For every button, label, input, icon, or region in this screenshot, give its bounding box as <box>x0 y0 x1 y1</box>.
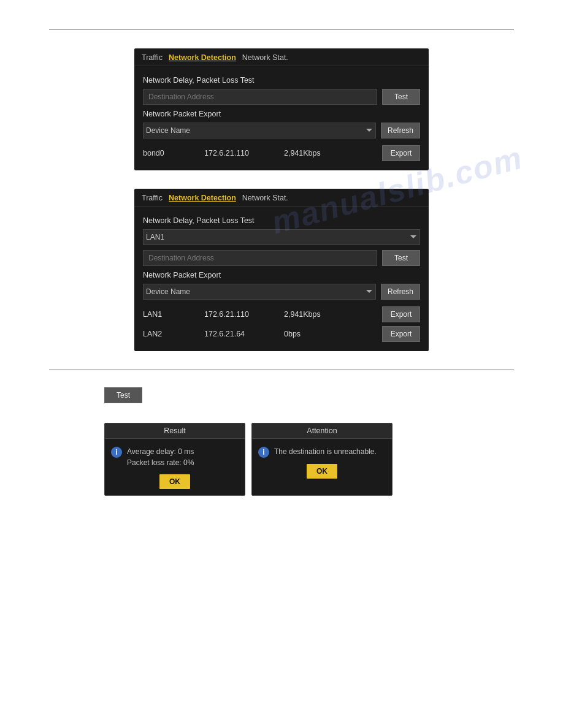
panel1-device-row: Device Name Refresh <box>143 123 420 138</box>
panel1-dest-address-input[interactable] <box>143 89 377 105</box>
panel2-export-button-lan1[interactable]: Export <box>382 306 420 322</box>
dialogs-row: Result i Average delay: 0 ms Packet loss… <box>104 423 563 496</box>
panel1-tab-network-stat[interactable]: Network Stat. <box>242 52 288 63</box>
panel1-export-button[interactable]: Export <box>382 145 420 161</box>
panel1-data-row-bond0: bond0 172.6.21.110 2,941Kbps Export <box>143 143 420 163</box>
panel1-test-button[interactable]: Test <box>382 89 420 105</box>
dialog-attention-body: i The destination is unreachable. OK <box>252 439 392 485</box>
panel2-row1-speed: 2,941Kbps <box>284 310 377 319</box>
panel1: Traffic Network Detection Network Stat. … <box>134 48 429 170</box>
dialog-result-header: Result <box>105 423 245 439</box>
panel1-section2-label: Network Packet Export <box>143 110 420 118</box>
top-divider <box>49 29 514 30</box>
dialog-attention-ok-button[interactable]: OK <box>307 464 337 479</box>
dialog-result-info-icon: i <box>111 447 122 458</box>
standalone-test-button[interactable]: Test <box>104 387 142 403</box>
bottom-divider <box>49 370 514 370</box>
panel2-dest-address-input[interactable] <box>143 250 377 266</box>
dialog-result-content: i Average delay: 0 ms Packet loss rate: … <box>111 446 239 468</box>
panel1-row-export-btn-area: Export <box>377 145 420 161</box>
dialog-result-body: i Average delay: 0 ms Packet loss rate: … <box>105 439 245 495</box>
panel2-export-button-lan2[interactable]: Export <box>382 326 420 342</box>
panel2-tab-network-detection[interactable]: Network Detection <box>169 192 236 203</box>
panel1-tab-traffic[interactable]: Traffic <box>142 52 163 63</box>
panel2-row1-name: LAN1 <box>143 310 204 319</box>
panel2-row2-name: LAN2 <box>143 330 204 338</box>
dialog-result-ok-button[interactable]: OK <box>159 474 190 489</box>
panel1-tab-network-detection[interactable]: Network Detection <box>169 52 236 63</box>
panel2-device-row: Device Name Refresh <box>143 284 420 300</box>
panel2-nic-select[interactable]: LAN1 <box>143 229 420 245</box>
panel2-tab-traffic[interactable]: Traffic <box>142 192 163 203</box>
panel2-nic-row: LAN1 <box>143 229 420 245</box>
panel2-test-button[interactable]: Test <box>382 250 420 266</box>
panel2-tabs: Traffic Network Detection Network Stat. <box>134 189 429 207</box>
panel2-row2-export-btn-area: Export <box>377 326 420 342</box>
bottom-area: Test <box>104 387 563 413</box>
panel2-dest-row: Test <box>143 250 420 266</box>
panel2-section1-label: Network Delay, Packet Loss Test <box>143 216 420 225</box>
panel2-device-name-select[interactable]: Device Name <box>143 284 376 300</box>
dialog-result-line1: Average delay: 0 ms <box>127 446 194 457</box>
panel2-row2-speed: 0bps <box>284 330 377 338</box>
dialog-attention: Attention i The destination is unreachab… <box>251 423 393 496</box>
dialog-result-line2: Packet loss rate: 0% <box>127 457 194 468</box>
panel2-tab-network-stat[interactable]: Network Stat. <box>242 192 288 203</box>
dialog-attention-info-icon: i <box>258 447 269 458</box>
panel1-dest-row: Test <box>143 89 420 105</box>
panel1-row-ip: 172.6.21.110 <box>204 149 284 157</box>
panel1-body: Network Delay, Packet Loss Test Test Net… <box>134 66 429 170</box>
dialog-attention-header: Attention <box>252 423 392 439</box>
panel2-row2-ip: 172.6.21.64 <box>204 330 284 338</box>
panel1-section1-label: Network Delay, Packet Loss Test <box>143 76 420 85</box>
dialog-result-text: Average delay: 0 ms Packet loss rate: 0% <box>127 446 194 468</box>
panel2-row1-ip: 172.6.21.110 <box>204 310 284 319</box>
panel1-row-speed: 2,941Kbps <box>284 149 377 157</box>
panel1-row-name: bond0 <box>143 149 204 157</box>
panel2-refresh-button[interactable]: Refresh <box>381 284 420 300</box>
panel2-section2-label: Network Packet Export <box>143 271 420 279</box>
dialog-result: Result i Average delay: 0 ms Packet loss… <box>104 423 245 496</box>
dialog-attention-content: i The destination is unreachable. <box>258 446 386 458</box>
dialog-attention-message: The destination is unreachable. <box>274 446 377 457</box>
panel2-body: Network Delay, Packet Loss Test LAN1 Tes… <box>134 207 429 351</box>
panel2-row1-export-btn-area: Export <box>377 306 420 322</box>
panel2: Traffic Network Detection Network Stat. … <box>134 189 429 351</box>
panel1-refresh-button[interactable]: Refresh <box>381 123 420 138</box>
panel2-data-row-lan1: LAN1 172.6.21.110 2,941Kbps Export <box>143 305 420 324</box>
panel1-device-name-select[interactable]: Device Name <box>143 123 376 138</box>
panel2-data-row-lan2: LAN2 172.6.21.64 0bps Export <box>143 324 420 344</box>
panel1-tabs: Traffic Network Detection Network Stat. <box>134 48 429 66</box>
panels-area: Traffic Network Detection Network Stat. … <box>0 48 563 351</box>
